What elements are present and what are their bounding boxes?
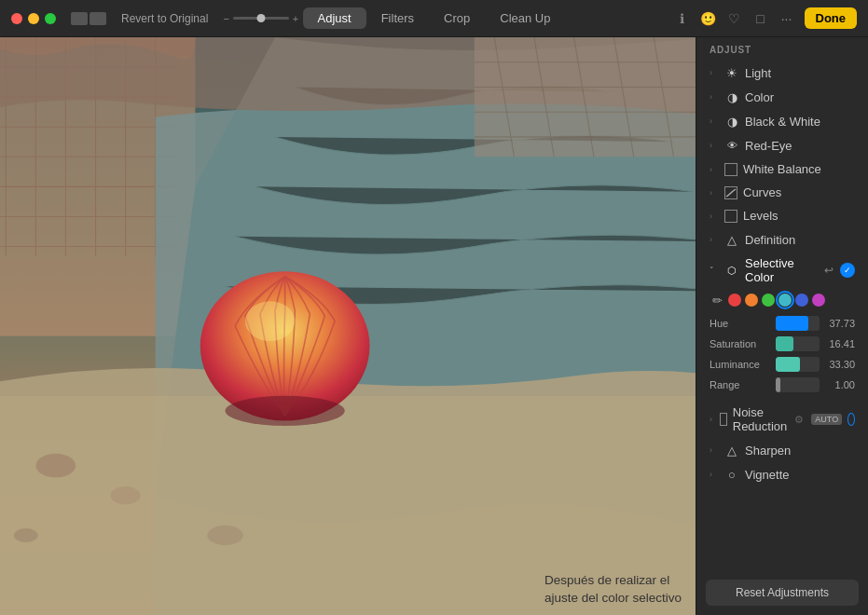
adjust-item-redeye[interactable]: › 👁 Red-Eye bbox=[696, 133, 868, 157]
param-bar-saturation[interactable] bbox=[776, 336, 820, 351]
nr-settings-icon[interactable]: ⚙ bbox=[794, 412, 804, 427]
zoom-minus-icon: − bbox=[223, 13, 228, 24]
nr-chevron-icon: › bbox=[710, 415, 714, 424]
definition-chevron-icon: › bbox=[710, 235, 719, 244]
maximize-button[interactable] bbox=[45, 13, 56, 24]
tab-cleanup[interactable]: Clean Up bbox=[485, 7, 565, 29]
swatch-blue[interactable] bbox=[795, 294, 808, 307]
param-row-luminance: Luminance 33.30 bbox=[696, 354, 868, 375]
param-label-range: Range bbox=[710, 379, 770, 390]
param-bar-hue[interactable] bbox=[776, 316, 820, 331]
param-label-luminance: Luminance bbox=[710, 359, 770, 370]
wb-label: White Balance bbox=[743, 162, 855, 176]
heart-icon[interactable]: ♡ bbox=[726, 10, 743, 27]
param-row-range: Range 1.00 bbox=[696, 375, 868, 395]
curves-label: Curves bbox=[743, 185, 855, 199]
sharpen-chevron-icon: › bbox=[710, 445, 719, 455]
adjust-item-curves[interactable]: › Curves bbox=[696, 181, 868, 204]
close-button[interactable] bbox=[11, 13, 22, 24]
param-value-range: 1.00 bbox=[825, 379, 855, 390]
svg-rect-24 bbox=[475, 37, 696, 157]
done-button[interactable]: Done bbox=[805, 7, 858, 29]
tab-adjust[interactable]: Adjust bbox=[303, 7, 366, 29]
swatch-red[interactable] bbox=[728, 294, 741, 307]
view-split-icon[interactable] bbox=[90, 12, 106, 25]
curves-chevron-icon: › bbox=[710, 188, 719, 198]
emoji-icon[interactable]: 🙂 bbox=[700, 10, 717, 27]
zoom-plus-icon: + bbox=[293, 13, 298, 24]
revert-to-original-button[interactable]: Revert to Original bbox=[121, 12, 208, 25]
photo-canvas bbox=[0, 37, 696, 615]
param-fill-luminance bbox=[776, 357, 800, 372]
color-label: Color bbox=[745, 90, 855, 104]
traffic-lights bbox=[11, 13, 56, 24]
info-icon[interactable]: ℹ bbox=[674, 10, 691, 27]
more-icon[interactable]: ··· bbox=[778, 10, 795, 27]
nr-label: Noise Reduction bbox=[733, 405, 788, 433]
view-single-icon[interactable] bbox=[71, 12, 88, 25]
swatch-pencil-icon[interactable]: ✏ bbox=[710, 293, 724, 308]
color-icon: ◑ bbox=[724, 89, 739, 104]
adjust-item-bw[interactable]: › ◑ Black & White bbox=[696, 109, 868, 133]
adjust-panel: ADJUST › ☀ Light › ◑ Color › ◑ Black & W… bbox=[696, 37, 868, 615]
levels-label: Levels bbox=[743, 209, 855, 223]
adjust-item-selective-color[interactable]: ˅ ⬡ Selective Color ↩ ✓ bbox=[696, 252, 868, 289]
bw-icon: ◑ bbox=[724, 114, 739, 129]
nr-auto-badge: AUTO bbox=[811, 414, 842, 425]
photo-area bbox=[0, 37, 696, 615]
zoom-thumb[interactable] bbox=[256, 14, 265, 22]
sharpen-label: Sharpen bbox=[745, 444, 855, 458]
adjust-item-color[interactable]: › ◑ Color bbox=[696, 85, 868, 109]
zoom-track[interactable] bbox=[233, 17, 289, 20]
sc-label: Selective Color bbox=[745, 256, 816, 284]
param-value-hue: 37.73 bbox=[825, 318, 855, 329]
zoom-slider[interactable]: − + bbox=[223, 13, 298, 24]
param-row-hue: Hue 37.73 bbox=[696, 313, 868, 334]
swatch-purple[interactable] bbox=[812, 294, 825, 307]
color-chevron-icon: › bbox=[710, 92, 719, 102]
sc-active-icon[interactable]: ✓ bbox=[840, 263, 855, 278]
bw-label: Black & White bbox=[745, 115, 855, 129]
param-label-saturation: Saturation bbox=[710, 338, 770, 349]
tab-filters[interactable]: Filters bbox=[366, 7, 429, 29]
param-fill-range bbox=[776, 377, 780, 392]
adjust-section-header: ADJUST bbox=[696, 37, 868, 61]
tab-crop[interactable]: Crop bbox=[429, 7, 485, 29]
sharpen-icon: △ bbox=[724, 443, 739, 458]
param-row-saturation: Saturation 16.41 bbox=[696, 334, 868, 354]
adjust-item-vignette[interactable]: › ○ Vignette bbox=[696, 462, 868, 486]
nr-icon bbox=[720, 413, 727, 426]
svg-point-23 bbox=[226, 396, 345, 426]
adjust-item-levels[interactable]: › Levels bbox=[696, 204, 868, 227]
main-area: ADJUST › ☀ Light › ◑ Color › ◑ Black & W… bbox=[0, 37, 868, 615]
swatch-orange[interactable] bbox=[745, 294, 758, 307]
reset-adjustments-button[interactable]: Reset Adjustments bbox=[706, 580, 859, 606]
vignette-label: Vignette bbox=[745, 468, 855, 482]
nav-tabs: Adjust Filters Crop Clean Up bbox=[303, 7, 566, 29]
vignette-chevron-icon: › bbox=[710, 470, 719, 479]
adjust-item-noise-reduction[interactable]: › Noise Reduction ⚙ AUTO bbox=[696, 401, 868, 438]
share-icon[interactable]: □ bbox=[752, 10, 769, 27]
redeye-icon: 👁 bbox=[724, 138, 739, 153]
redeye-label: Red-Eye bbox=[745, 139, 855, 153]
title-right-actions: ℹ 🙂 ♡ □ ··· Done bbox=[674, 7, 858, 29]
param-bar-range[interactable] bbox=[776, 377, 820, 392]
nr-toggle-button[interactable] bbox=[847, 413, 855, 426]
adjust-item-light[interactable]: › ☀ Light bbox=[696, 61, 868, 85]
param-bar-luminance[interactable] bbox=[776, 357, 820, 372]
adjust-item-wb[interactable]: › White Balance bbox=[696, 157, 868, 181]
light-icon: ☀ bbox=[724, 65, 739, 80]
param-value-luminance: 33.30 bbox=[825, 359, 855, 370]
definition-label: Definition bbox=[745, 233, 855, 247]
param-value-saturation: 16.41 bbox=[825, 338, 855, 349]
sc-revert-icon[interactable]: ↩ bbox=[821, 263, 836, 278]
svg-point-22 bbox=[245, 301, 295, 341]
curves-icon bbox=[724, 186, 737, 199]
adjust-item-definition[interactable]: › △ Definition bbox=[696, 227, 868, 252]
minimize-button[interactable] bbox=[28, 13, 39, 24]
caption-area: Después de realizar el ajuste del color … bbox=[544, 571, 682, 608]
adjust-item-sharpen[interactable]: › △ Sharpen bbox=[696, 438, 868, 462]
swatch-green[interactable] bbox=[762, 294, 775, 307]
sc-icon: ⬡ bbox=[724, 263, 739, 278]
swatch-teal[interactable] bbox=[778, 294, 792, 307]
